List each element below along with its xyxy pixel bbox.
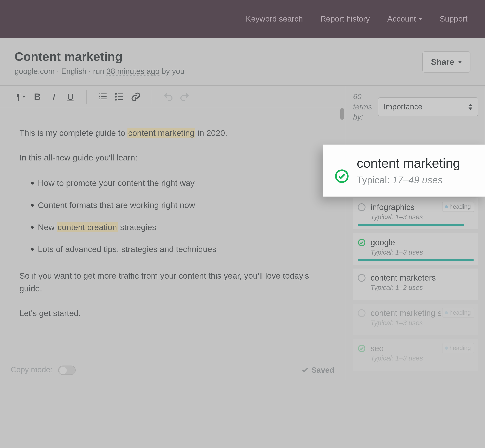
sidebar-header: 60 terms by: Importance: [353, 92, 478, 122]
term-name: content marketers: [371, 273, 436, 282]
text: New: [38, 223, 57, 232]
share-label: Share: [431, 57, 454, 67]
term-detail-popover: content marketing Typical: 17–49 uses: [323, 144, 485, 197]
nav-account[interactable]: Account: [387, 14, 422, 24]
editor-content[interactable]: This is my complete guide to content mar…: [0, 108, 345, 343]
page-subtitle: google.com · English · run 38 minutes ag…: [15, 67, 184, 76]
svg-point-0: [115, 93, 117, 95]
term-typical: Typical: 1–3 uses: [371, 354, 474, 362]
check-circle-icon: [358, 239, 366, 246]
bold-icon: B: [34, 91, 41, 102]
editor-footer: Copy mode: Saved: [0, 360, 345, 380]
nav-report-history[interactable]: Report history: [320, 14, 370, 24]
text: strategies: [118, 223, 156, 232]
unordered-list-button[interactable]: [111, 88, 127, 105]
term-progress: [358, 259, 474, 261]
term-typical: Typical: 1–2 uses: [371, 284, 474, 291]
term-progress: [358, 365, 474, 367]
term-card[interactable]: content marketersTypical: 1–2 uses: [353, 269, 478, 300]
saved-indicator: Saved: [301, 366, 334, 375]
empty-circle-icon: [358, 203, 366, 211]
editor-pane: ¶ B I U: [0, 86, 345, 380]
list-item: How to promote your content the right wa…: [38, 176, 326, 190]
text: in 2020.: [195, 128, 227, 137]
term-card[interactable]: seoTypical: 1–3 usesheading: [353, 339, 478, 371]
empty-circle-icon: [358, 309, 366, 317]
editor-scrollbar[interactable]: [340, 108, 344, 120]
chevron-down-icon: [418, 18, 422, 20]
meta-domain: google.com: [15, 67, 55, 75]
italic-button[interactable]: I: [46, 88, 62, 105]
term-name: seo: [371, 344, 384, 353]
check-circle-icon: [358, 344, 366, 352]
term-card[interactable]: infographicsTypical: 1–3 usesheading: [353, 198, 478, 229]
meta-run-time[interactable]: 38 minutes ago: [106, 67, 160, 76]
editor-toolbar: ¶ B I U: [0, 86, 345, 108]
pilcrow-icon: ¶: [16, 92, 21, 102]
bold-button[interactable]: B: [29, 88, 46, 105]
ordered-list-icon: [98, 92, 108, 102]
heading-badge: heading: [442, 308, 474, 318]
svg-point-2: [115, 99, 117, 101]
list-item: Lots of advanced tips, strategies and te…: [38, 242, 326, 256]
popover-term-name: content marketing: [357, 155, 460, 171]
term-name: infographics: [371, 203, 414, 212]
meta-run-prefix: run: [93, 67, 104, 75]
undo-button[interactable]: [160, 88, 176, 105]
link-icon: [131, 92, 141, 102]
heading-badge: heading: [442, 202, 474, 212]
text: This is my complete guide to: [19, 128, 127, 137]
term-progress: [358, 224, 474, 226]
nav-support[interactable]: Support: [440, 14, 468, 24]
empty-circle-icon: [358, 274, 366, 282]
underline-button[interactable]: U: [62, 88, 79, 105]
undo-icon: [163, 92, 173, 102]
sort-arrows-icon: [469, 104, 472, 110]
list-item: Content formats that are working right n…: [38, 198, 326, 212]
chevron-down-icon: [22, 96, 25, 98]
underline-icon: U: [67, 92, 73, 102]
unordered-list-icon: [114, 92, 124, 102]
nav-account-label: Account: [387, 14, 416, 24]
text: In this all-new guide you'll learn:: [19, 151, 326, 164]
term-typical: Typical: 1–3 uses: [371, 213, 474, 221]
svg-point-1: [115, 96, 117, 98]
term-card[interactable]: content marketing strategyTypical: 1–3 u…: [353, 304, 478, 335]
term-progress: [358, 295, 474, 296]
svg-rect-3: [118, 93, 123, 94]
term-typical: Typical: 1–3 uses: [371, 248, 474, 256]
sort-select[interactable]: Importance: [378, 97, 478, 116]
copy-mode-toggle[interactable]: [58, 366, 76, 375]
terms-list: infographicsTypical: 1–3 usesheadinggoog…: [353, 198, 478, 371]
check-circle-icon: [335, 155, 349, 184]
copy-mode-label: Copy mode:: [11, 365, 53, 374]
term-progress: [358, 330, 474, 332]
term-name: google: [371, 238, 395, 247]
italic-icon: I: [52, 91, 56, 103]
terms-sidebar: 60 terms by: Importance infographicsTypi…: [345, 86, 485, 380]
top-nav: Keyword search Report history Account Su…: [0, 0, 485, 38]
ordered-list-button[interactable]: [95, 88, 111, 105]
term-typical: Typical: 1–3 uses: [371, 319, 474, 327]
term-card[interactable]: googleTypical: 1–3 uses: [353, 233, 478, 265]
popover-typical: Typical: 17–49 uses: [357, 175, 460, 186]
highlighted-term: content creation: [57, 222, 118, 232]
copy-mode-group: Copy mode:: [11, 365, 76, 375]
page-header: Content marketing google.com · English ·…: [0, 38, 485, 85]
heading-badge: heading: [442, 343, 474, 353]
paragraph-style-button[interactable]: ¶: [13, 88, 29, 105]
link-button[interactable]: [127, 88, 144, 105]
svg-rect-4: [118, 96, 123, 97]
redo-icon: [180, 92, 190, 102]
text: So if you want to get more traffic from …: [19, 269, 326, 295]
highlighted-term: content marketing: [127, 128, 195, 138]
redo-button[interactable]: [176, 88, 193, 105]
share-button[interactable]: Share: [422, 51, 470, 72]
editor-list: How to promote your content the right wa…: [38, 176, 326, 256]
meta-language: English: [61, 67, 87, 75]
list-item: New content creation strategies: [38, 220, 326, 234]
nav-keyword-search[interactable]: Keyword search: [246, 14, 303, 24]
meta-run-by: by you: [162, 67, 184, 75]
saved-label: Saved: [311, 366, 334, 375]
text: Let's get started.: [19, 307, 326, 320]
